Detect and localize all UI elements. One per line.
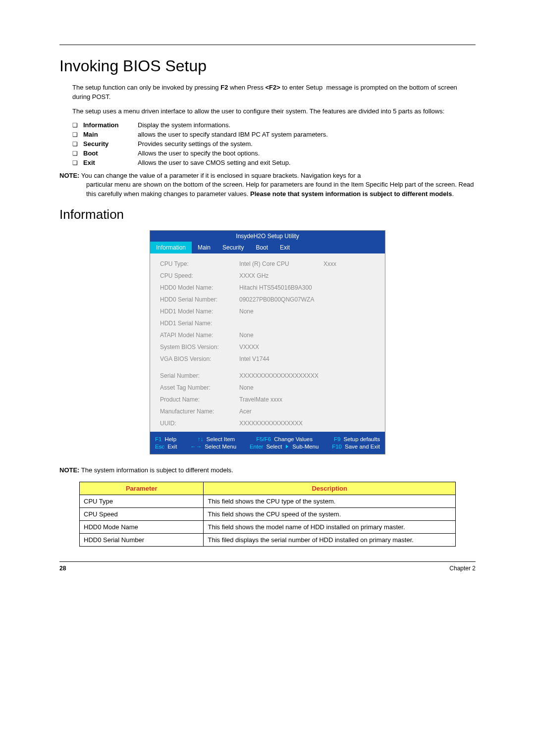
bios-field-value: XXXXXXXXXXXXXXXX [239, 420, 323, 427]
hint-text: Change Values [274, 436, 313, 442]
bios-field-value: None [239, 332, 323, 339]
param-desc: This filed displays the serial number of… [204, 534, 456, 547]
hint-select-submenu: EnterSelectSub-Menu [250, 444, 319, 450]
note-text: The system information is subject to dif… [79, 466, 233, 474]
bios-field-extra [323, 408, 375, 415]
bios-field-label: HDD1 Serial Name: [160, 320, 239, 327]
part-label: Exit [83, 159, 138, 166]
bios-field-label: CPU Speed: [160, 272, 239, 279]
col-parameter: Parameter [80, 482, 204, 495]
bios-field-label: UUID: [160, 420, 239, 427]
bios-setup-panel: InsydeH2O Setup Utility Information Main… [150, 230, 385, 454]
note-end: . [452, 190, 454, 198]
key-leftright: ←→ [190, 444, 202, 450]
checkbox-icon: ❏ [72, 141, 83, 148]
bios-field-value: Intel V1744 [239, 355, 323, 362]
hint-text: Select Item [207, 436, 235, 442]
bios-field-label: CPU Type: [160, 260, 239, 267]
bios-field-extra [323, 308, 375, 315]
part-row: ❏ Exit Allows the user to save CMOS sett… [72, 159, 476, 166]
note-bold: Please note that system information is s… [250, 190, 452, 198]
bios-field-value: None [239, 384, 323, 391]
table-row: HDD0 Serial NumberThis filed displays th… [80, 534, 456, 547]
key-esc: Esc [155, 444, 164, 450]
bios-field-extra [323, 320, 375, 327]
hint-setup-defaults: F9Setup defaults [334, 436, 380, 442]
checkbox-icon: ❏ [72, 131, 83, 138]
bios-field-extra [323, 332, 375, 339]
param-desc: This field shows the model name of HDD i… [204, 521, 456, 534]
intro-para-1: The setup function can only be invoked b… [72, 83, 476, 102]
note-simple: NOTE: The system information is subject … [59, 466, 476, 474]
chapter-label: Chapter 2 [449, 565, 476, 572]
part-label: Boot [83, 150, 138, 157]
bios-field-value: TravelMate xxxx [239, 396, 323, 403]
hint-exit: EscExit [155, 444, 177, 450]
bios-field-extra [323, 355, 375, 362]
key-f1: F1 [155, 436, 161, 442]
bios-field-label: ATAPI Model Name: [160, 332, 239, 339]
bios-tab-bar: Information Main Security Boot Exit [150, 242, 385, 253]
key-updown: ↑↓ [198, 436, 204, 442]
part-row: ❏ Main allows the user to specify standa… [72, 131, 476, 138]
bios-field-value: VXXXX [239, 344, 323, 351]
part-row: ❏ Boot Allows the user to specify the bo… [72, 150, 476, 157]
bios-field-label: Serial Number: [160, 372, 239, 379]
bios-field-label: System BIOS Version: [160, 344, 239, 351]
table-row: CPU TypeThis field shows the CPU type of… [80, 495, 456, 508]
key-f10: F10 [332, 444, 342, 450]
bios-field-label: HDD0 Serial Number: [160, 296, 239, 303]
part-label: Information [83, 121, 138, 129]
param-desc: This field shows the CPU type of the sys… [204, 495, 456, 508]
hint-text: Help [164, 436, 176, 442]
page-number: 28 [59, 565, 66, 572]
parameter-table: Parameter Description CPU TypeThis field… [79, 482, 456, 547]
hint-select-item: ↑↓Select Item [198, 436, 235, 442]
part-label: Main [83, 131, 138, 138]
param-name: CPU Speed [80, 508, 204, 521]
bios-field-extra: Xxxx [323, 260, 375, 267]
bios-field-value: Hitachi HTS545016B9A300 [239, 284, 323, 291]
bios-field-label: HDD1 Model Name: [160, 308, 239, 315]
section-heading: Information [59, 207, 476, 222]
bios-field-value: Intel (R) Core CPU [239, 260, 323, 267]
hint-change-values: F5/F6Change Values [256, 436, 313, 442]
bios-field-value: Acer [239, 408, 323, 415]
part-desc: Allows the user to specify the boot opti… [138, 150, 260, 157]
note-text: particular menu are shown on the bottom … [86, 180, 476, 199]
part-desc: Allows the user to save CMOS setting and… [138, 159, 291, 166]
note-label: NOTE: [59, 172, 79, 179]
key-enter: Enter [250, 444, 264, 450]
part-label: Security [83, 140, 138, 148]
bios-body: CPU Type:Intel (R) Core CPUXxxxCPU Speed… [150, 253, 385, 432]
hint-text: Select [266, 444, 282, 450]
page-footer: 28 Chapter 2 [59, 561, 476, 572]
tab-exit[interactable]: Exit [274, 242, 296, 253]
checkbox-icon: ❏ [72, 150, 83, 157]
bios-field-extra [323, 396, 375, 403]
part-row: ❏ Security Provides security settings of… [72, 140, 476, 148]
bios-footer: F1Help ↑↓Select Item F5/F6Change Values … [150, 432, 385, 454]
table-row: CPU SpeedThis field shows the CPU speed … [80, 508, 456, 521]
tab-main[interactable]: Main [192, 242, 216, 253]
tab-boot[interactable]: Boot [250, 242, 274, 253]
table-row: HDD0 Mode NameThis field shows the model… [80, 521, 456, 534]
tab-security[interactable]: Security [216, 242, 250, 253]
col-description: Description [204, 482, 456, 495]
bios-field-label: Asset Tag Number: [160, 384, 239, 391]
hint-select-menu: ←→Select Menu [190, 444, 236, 450]
bios-field-extra [323, 344, 375, 351]
bios-field-label: Manufacturer Name: [160, 408, 239, 415]
bios-field-value: 090227PB0B00QNG07WZA [239, 296, 323, 303]
top-rule [59, 45, 476, 45]
bios-field-label: Product Name: [160, 396, 239, 403]
param-name: HDD0 Serial Number [80, 534, 204, 547]
checkbox-icon: ❏ [72, 122, 83, 129]
bios-field-extra [323, 272, 375, 279]
bios-field-label: HDD0 Model Name: [160, 284, 239, 291]
bios-field-label: VGA BIOS Version: [160, 355, 239, 362]
triangle-icon [286, 445, 288, 449]
part-desc: Provides security settings of the system… [138, 140, 253, 148]
bios-field-extra [323, 296, 375, 303]
tab-information[interactable]: Information [150, 242, 192, 253]
